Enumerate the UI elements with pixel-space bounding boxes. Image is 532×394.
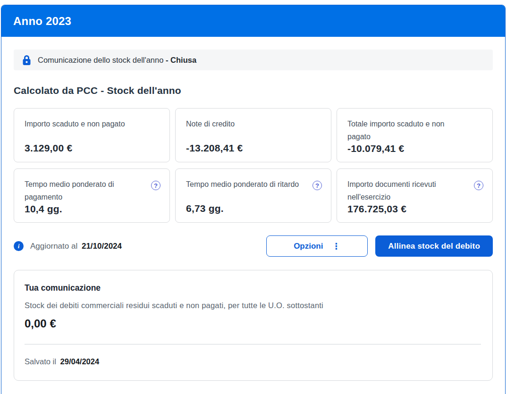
status-text: Comunicazione dello stock dell'anno - Ch… xyxy=(38,56,196,65)
help-icon[interactable]: ? xyxy=(312,181,322,190)
stat-card-label: Totale importo scaduto e non pagato xyxy=(347,117,482,143)
options-button[interactable]: Opzioni ⋮ xyxy=(266,235,368,257)
updated-date: 21/10/2024 xyxy=(82,242,122,251)
year-panel: Anno 2023 Comunicazione dello stock dell… xyxy=(1,5,506,394)
stat-card-value: -13.208,41 € xyxy=(186,143,321,154)
stat-card-label: Note di credito xyxy=(186,117,321,130)
stat-cards-grid: Importo scaduto e non pagato 3.129,00 € … xyxy=(14,108,493,223)
stat-card-totale-importo: Totale importo scaduto e non pagato -10.… xyxy=(337,108,493,162)
stat-card-value: -10.079,41 € xyxy=(347,143,482,154)
updated-row: i Aggiornato al 21/10/2024 Opzioni ⋮ All… xyxy=(14,235,493,257)
help-icon[interactable]: ? xyxy=(474,181,483,190)
stat-card-importo-documenti: Importo documenti ricevuti nell'esercizi… xyxy=(337,168,493,223)
divider xyxy=(25,344,481,344)
page-title: Anno 2023 xyxy=(13,15,71,28)
stat-card-label: Importo scaduto e non pagato xyxy=(25,117,159,130)
communication-title: Tua comunicazione xyxy=(25,283,481,293)
stat-card-label: Tempo medio ponderato di pagamento xyxy=(25,178,159,203)
saved-label: Salvato il xyxy=(25,357,56,366)
lock-icon xyxy=(22,55,31,66)
saved-date: 29/04/2024 xyxy=(60,357,100,366)
kebab-icon: ⋮ xyxy=(332,242,340,251)
stat-card-value: 6,73 gg. xyxy=(186,203,321,214)
help-icon[interactable]: ? xyxy=(151,181,160,190)
communication-status-bar: Comunicazione dello stock dell'anno - Ch… xyxy=(14,50,493,70)
stat-card-label: Importo documenti ricevuti nell'esercizi… xyxy=(347,178,482,203)
communication-card: Tua comunicazione Stock dei debiti comme… xyxy=(14,270,493,381)
updated-text: Aggiornato al 21/10/2024 xyxy=(30,242,122,251)
year-panel-body: Comunicazione dello stock dell'anno - Ch… xyxy=(1,50,505,381)
section-title: Calcolato da PCC - Stock dell'anno xyxy=(14,85,493,96)
saved-row: Salvato il 29/04/2024 xyxy=(25,357,481,366)
options-button-label: Opzioni xyxy=(294,242,323,251)
stat-card-label: Tempo medio ponderato di ritardo xyxy=(186,178,321,191)
stat-card-value: 10,4 gg. xyxy=(25,203,159,215)
actions-group: Opzioni ⋮ Allinea stock del debito xyxy=(266,235,493,257)
year-panel-header[interactable]: Anno 2023 xyxy=(1,5,505,37)
communication-value: 0,00 € xyxy=(25,317,481,330)
stat-card-note-credito: Note di credito -13.208,41 € xyxy=(175,108,331,162)
updated-label: Aggiornato al xyxy=(30,242,77,251)
status-value: - Chiusa xyxy=(166,56,196,64)
stat-card-tempo-pagamento: Tempo medio ponderato di pagamento 10,4 … xyxy=(14,168,170,223)
stat-card-importo-scaduto: Importo scaduto e non pagato 3.129,00 € xyxy=(14,108,170,162)
stat-card-value: 176.725,03 € xyxy=(347,203,482,215)
stat-card-tempo-ritardo: Tempo medio ponderato di ritardo 6,73 gg… xyxy=(175,168,331,223)
stat-card-value: 3.129,00 € xyxy=(25,143,159,154)
info-icon: i xyxy=(14,241,24,251)
communication-description: Stock dei debiti commerciali residui sca… xyxy=(25,301,481,310)
align-stock-button[interactable]: Allinea stock del debito xyxy=(375,235,493,257)
status-label: Comunicazione dello stock dell'anno xyxy=(38,56,163,64)
